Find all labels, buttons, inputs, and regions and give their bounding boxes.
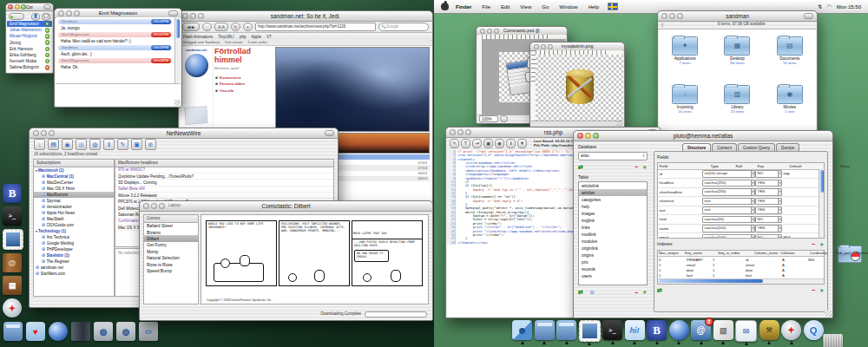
info-icon[interactable]: ℹ bbox=[506, 139, 516, 148]
address-book-icon[interactable]: @ bbox=[3, 253, 22, 272]
apple-menu-icon[interactable] bbox=[441, 3, 449, 10]
bbedit-dock-icon[interactable]: B bbox=[647, 320, 667, 340]
server-tower-icon[interactable] bbox=[71, 322, 90, 341]
subscription-row[interactable]: Slashdot (1) bbox=[34, 252, 114, 259]
headline-row[interactable]: iMovie 3.0.2 Released bbox=[115, 193, 333, 199]
bookmark-item[interactable]: VT bbox=[266, 35, 272, 39]
comic-row[interactable]: Ballard Street bbox=[144, 223, 198, 229]
browser-globe-dock-icon[interactable] bbox=[669, 320, 689, 340]
refresh-databases-icon[interactable]: ⇄ bbox=[578, 164, 583, 171]
menu-item[interactable]: Help bbox=[583, 4, 604, 10]
network-disk-icon[interactable]: ◍ bbox=[116, 322, 135, 341]
subscription-row[interactable]: PHPDeveloper bbox=[34, 246, 114, 252]
indent-icon[interactable]: ⇥ bbox=[472, 139, 482, 148]
bookmark-item[interactable]: Apple bbox=[251, 35, 261, 39]
finder-folder-item[interactable]: ✦ Applications 7 items bbox=[661, 35, 709, 83]
field-row[interactable]: shorttext text YES bbox=[658, 197, 824, 206]
desktop-window-dock-icon[interactable] bbox=[535, 320, 555, 340]
buddy-row[interactable]: Sabina Bolognini bbox=[7, 64, 52, 70]
comic-row[interactable]: Natural Selection bbox=[144, 254, 198, 260]
fields-header-cell[interactable]: Type bbox=[709, 164, 734, 168]
open-browser-icon[interactable]: ◍ bbox=[89, 139, 101, 150]
subscription-row[interactable]: OSXGuide.com bbox=[34, 222, 114, 228]
refresh-structure-icon[interactable]: ⇄ bbox=[657, 287, 662, 294]
index-row[interactable]: 1date 1date A bbox=[658, 267, 824, 272]
battery-bolt-icon[interactable]: ↯ bbox=[818, 3, 823, 10]
table-row[interactable]: modules bbox=[579, 238, 647, 245]
subscription-row[interactable]: MacRumors bbox=[34, 192, 114, 198]
remove-field-icon[interactable]: − bbox=[812, 287, 815, 293]
save-icon[interactable]: ▼ bbox=[517, 139, 527, 148]
photo-viewer-dock-icon[interactable]: ▧ bbox=[713, 320, 733, 340]
bookmark-item[interactable]: php bbox=[240, 35, 247, 39]
table-row[interactable]: records bbox=[579, 265, 647, 272]
trash-dock-icon[interactable] bbox=[823, 334, 843, 347]
headline-row[interactable]: 970 at WWDC? bbox=[115, 167, 333, 174]
safari-compass-dock-icon[interactable]: ✦ bbox=[781, 320, 801, 340]
field-row[interactable]: headline varchar(255) YES bbox=[658, 179, 824, 188]
comic-row[interactable]: Speed Bump bbox=[144, 267, 198, 273]
finder-folder-item[interactable]: ▥ Library 23 items bbox=[713, 83, 761, 132]
article-link[interactable]: ◾ Kommentera bbox=[214, 75, 277, 80]
indexes-header-cell[interactable]: Cardinality bbox=[809, 251, 835, 255]
subscription-row[interactable]: MacSlash bbox=[34, 216, 114, 222]
subscription-row[interactable]: Google Weblog bbox=[34, 240, 114, 246]
buddy-row[interactable]: Erika Göhlberg bbox=[7, 52, 52, 58]
add-field-icon[interactable]: ＋ bbox=[819, 286, 825, 295]
indexes-header-cell[interactable]: Packed bbox=[856, 251, 868, 255]
bug-report-button[interactable] bbox=[202, 23, 212, 31]
comic-row[interactable]: Bizarro bbox=[144, 229, 198, 235]
close-icon[interactable] bbox=[143, 203, 149, 209]
indexes-hscrollbar[interactable] bbox=[658, 278, 824, 284]
toolbar-toggle[interactable] bbox=[43, 4, 51, 10]
copy-table-icon[interactable]: ⧉ bbox=[590, 290, 594, 296]
close-icon[interactable] bbox=[8, 4, 13, 10]
page-widget[interactable] bbox=[500, 115, 508, 122]
subscription-row[interactable]: Apple Hot News bbox=[34, 210, 114, 216]
indexes-header-cell[interactable]: Sub_part bbox=[835, 251, 856, 255]
bookmark-item[interactable]: TinyURL! bbox=[218, 35, 234, 39]
dual-windows-dock-icon[interactable] bbox=[556, 320, 576, 340]
back-forward-buttons[interactable]: ◀ ▶ bbox=[182, 23, 200, 31]
finder-folder-item[interactable]: ↓ Incoming 16 items bbox=[661, 83, 709, 132]
google-search-field[interactable]: 🔍 Google bbox=[378, 23, 429, 31]
buddy-row[interactable]: Emil Magnusson bbox=[7, 21, 52, 27]
subscription-row[interactable]: MacCentral (1) bbox=[34, 174, 114, 180]
indexes-header-cell[interactable]: Non_unique bbox=[658, 251, 684, 255]
fields-scrollbar[interactable] bbox=[819, 169, 824, 238]
database-select[interactable]: atlas⇕ bbox=[578, 152, 648, 160]
finder-folder-item[interactable]: ◉ Movies 1 item bbox=[766, 83, 814, 132]
indexes-header-cell[interactable]: Column_name bbox=[753, 251, 779, 255]
subscription-row[interactable]: sandman.net bbox=[34, 265, 114, 271]
table-row[interactable]: links bbox=[579, 224, 647, 231]
close-icon[interactable] bbox=[182, 13, 188, 19]
weblog-edit-icon[interactable]: ◎ bbox=[76, 139, 87, 150]
bookmark-item[interactable]: Flash Animations bbox=[183, 35, 213, 39]
menu-item[interactable]: View bbox=[515, 4, 536, 10]
table-row[interactable]: articlelink bbox=[579, 182, 647, 189]
headline-row[interactable]: 3D Displays... Coming bbox=[115, 180, 333, 186]
subscription-row[interactable]: StarWars.com bbox=[34, 271, 114, 277]
resize-grip[interactable] bbox=[174, 100, 181, 106]
headline-row[interactable]: Safari Beta v64 bbox=[115, 187, 333, 193]
png-canvas[interactable] bbox=[536, 55, 623, 121]
idisk-icon[interactable]: ◍ bbox=[94, 322, 113, 341]
mysql-db-dock-icon[interactable]: ⚒ bbox=[760, 320, 779, 340]
toolbar-toggle[interactable] bbox=[325, 130, 334, 136]
unsubscribe-icon[interactable]: ⊘ bbox=[145, 139, 156, 150]
app-menu-finder[interactable]: Finder bbox=[450, 4, 477, 10]
indexes-header-cell[interactable]: Key_name bbox=[684, 251, 717, 255]
login-bar-item[interactable]: Inloggad som Sandman bbox=[183, 40, 220, 44]
remove-index-icon[interactable]: − bbox=[812, 241, 815, 247]
table-row[interactable]: modlink bbox=[579, 231, 647, 238]
scrollbar-thumb[interactable] bbox=[820, 170, 824, 193]
field-row[interactable]: id int(10) unsign NO PRI auto_increment bbox=[658, 170, 824, 180]
table-row[interactable]: articles bbox=[579, 189, 647, 196]
subscription-row[interactable]: Versiontracker bbox=[34, 204, 114, 210]
fields-header-cell[interactable]: Extra bbox=[839, 164, 851, 168]
add-table-icon[interactable]: ＋ bbox=[641, 288, 648, 297]
index-row[interactable]: 0PRIMARY 1id A966 bbox=[658, 257, 824, 262]
table-row[interactable]: imglink bbox=[579, 217, 647, 224]
toolbar-toggle[interactable] bbox=[804, 13, 813, 19]
article-link[interactable]: ◾ Visa alla bbox=[214, 88, 277, 93]
